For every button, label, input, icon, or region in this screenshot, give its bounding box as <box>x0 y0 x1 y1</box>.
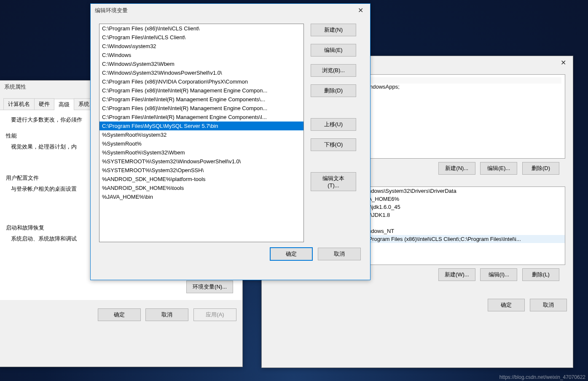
tab-advanced[interactable]: 高级 <box>54 99 74 110</box>
apply-button[interactable]: 应用(A) <box>193 308 236 321</box>
path-list-item[interactable]: C:\Program Files (x86)\Intel\Intel(R) Ma… <box>99 104 303 113</box>
close-icon[interactable]: ✕ <box>355 6 366 14</box>
path-list-item[interactable]: C:\Windows\System32\WindowsPowerShell\v1… <box>99 68 303 77</box>
user-new-button[interactable]: 新建(N)... <box>438 162 475 175</box>
path-list-item[interactable]: C:\Program Files\MySQL\MySQL Server 5.7\… <box>99 122 303 130</box>
path-list-item[interactable]: C:\Program Files (x86)\NVIDIA Corporatio… <box>99 77 303 86</box>
cancel-button[interactable]: 取消 <box>530 299 567 311</box>
path-list-item[interactable]: C:\Program Files\Intel\iCLS Client\ <box>99 33 303 42</box>
path-list-item[interactable]: C:\Program Files\Intel\Intel(R) Manageme… <box>99 113 303 122</box>
edit-path-dialog: 编辑环境变量 ✕ C:\Program Files (x86)\Intel\iC… <box>90 3 371 280</box>
cancel-button[interactable]: 取消 <box>145 308 188 321</box>
path-list-item[interactable]: C:\Windows\system32 <box>99 42 303 51</box>
new-button[interactable]: 新建(N) <box>311 24 356 36</box>
ok-button[interactable]: 确定 <box>98 308 141 321</box>
path-list-item[interactable]: %SYSTEMROOT%\System32\WindowsPowerShell\… <box>99 157 303 166</box>
tab-hardware[interactable]: 硬件 <box>34 98 54 110</box>
browse-button[interactable]: 浏览(B)... <box>311 64 356 77</box>
path-list-item[interactable]: C:\Windows\System32\Wbem <box>99 59 303 68</box>
path-listbox[interactable]: C:\Program Files (x86)\Intel\iCLS Client… <box>99 24 304 242</box>
delete-button[interactable]: 删除(D) <box>311 84 356 97</box>
dialog-title: 编辑环境变量 <box>95 7 128 14</box>
close-icon[interactable]: ✕ <box>558 59 569 67</box>
path-list-item[interactable]: %SYSTEMROOT%\System32\OpenSSH\ <box>99 166 303 175</box>
edit-button[interactable]: 编辑(E) <box>311 44 356 57</box>
ok-button[interactable]: 确定 <box>488 299 525 311</box>
path-list-item[interactable]: %ANDROID_SDK_HOME%\tools <box>99 184 303 192</box>
path-list-item[interactable]: %SystemRoot%\system32 <box>99 130 303 139</box>
path-list-item[interactable]: C:\Program Files (x86)\Intel\Intel(R) Ma… <box>99 86 303 95</box>
ok-button[interactable]: 确定 <box>270 247 313 261</box>
user-delete-button[interactable]: 删除(D) <box>522 162 559 175</box>
path-list-item[interactable]: %SystemRoot%\System32\Wbem <box>99 148 303 157</box>
env-vars-button[interactable]: 环境变量(N)... <box>186 281 233 293</box>
move-up-button[interactable]: 上移(U) <box>311 118 356 131</box>
path-list-item[interactable]: C:\Program Files\Intel\Intel(R) Manageme… <box>99 95 303 104</box>
path-list-item[interactable]: C:\Program Files (x86)\Intel\iCLS Client… <box>99 24 303 33</box>
sys-edit-button[interactable]: 编辑(I)... <box>480 268 517 281</box>
path-list-item[interactable]: %ANDROID_SDK_HOME%\platform-tools <box>99 175 303 184</box>
path-list-item[interactable]: C:\Windows <box>99 51 303 59</box>
cancel-button[interactable]: 取消 <box>318 248 361 260</box>
edit-text-button[interactable]: 编辑文本(T)... <box>311 172 356 191</box>
editpath-titlebar: 编辑环境变量 ✕ <box>91 4 370 17</box>
sys-new-button[interactable]: 新建(W)... <box>438 268 475 281</box>
dialog-title: 系统属性 <box>4 83 26 91</box>
user-edit-button[interactable]: 编辑(E)... <box>480 162 517 175</box>
sys-delete-button[interactable]: 删除(L) <box>522 268 559 281</box>
move-down-button[interactable]: 下移(O) <box>311 138 356 151</box>
watermark: https://blog.csdn.net/weixin_47070622 <box>499 374 585 380</box>
tab-computer-name[interactable]: 计算机名 <box>3 98 35 110</box>
path-list-item[interactable]: %SystemRoot% <box>99 139 303 148</box>
path-list-item[interactable]: %JAVA_HOME%\bin <box>99 192 303 201</box>
